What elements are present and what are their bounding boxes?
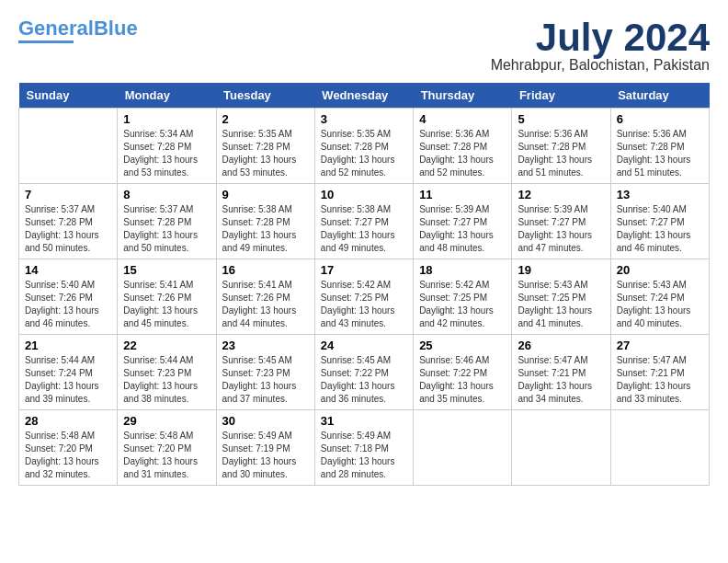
calendar-cell: 16Sunrise: 5:41 AM Sunset: 7:26 PM Dayli…: [216, 259, 314, 335]
calendar-cell: 8Sunrise: 5:37 AM Sunset: 7:28 PM Daylig…: [118, 184, 216, 259]
calendar-cell: 23Sunrise: 5:45 AM Sunset: 7:23 PM Dayli…: [216, 335, 314, 410]
week-row-1: 1Sunrise: 5:34 AM Sunset: 7:28 PM Daylig…: [19, 109, 710, 184]
day-number: 5: [518, 112, 604, 126]
day-number: 17: [321, 263, 407, 277]
day-number: 18: [419, 263, 506, 277]
calendar-header-row: SundayMondayTuesdayWednesdayThursdayFrid…: [19, 83, 710, 109]
day-info: Sunrise: 5:35 AM Sunset: 7:28 PM Dayligh…: [222, 128, 309, 179]
calendar-cell: [414, 410, 512, 486]
day-info: Sunrise: 5:38 AM Sunset: 7:28 PM Dayligh…: [222, 203, 309, 255]
day-number: 2: [222, 112, 309, 126]
day-info: Sunrise: 5:41 AM Sunset: 7:26 PM Dayligh…: [123, 279, 210, 330]
header-wednesday: Wednesday: [314, 83, 413, 109]
calendar-cell: 17Sunrise: 5:42 AM Sunset: 7:25 PM Dayli…: [314, 259, 413, 335]
day-info: Sunrise: 5:42 AM Sunset: 7:25 PM Dayligh…: [419, 279, 506, 330]
day-info: Sunrise: 5:46 AM Sunset: 7:22 PM Dayligh…: [419, 354, 506, 406]
day-number: 11: [419, 188, 506, 201]
day-number: 28: [25, 414, 111, 428]
day-number: 27: [617, 339, 703, 352]
calendar-cell: 4Sunrise: 5:36 AM Sunset: 7:28 PM Daylig…: [414, 109, 512, 184]
day-number: 26: [518, 339, 604, 352]
day-info: Sunrise: 5:47 AM Sunset: 7:21 PM Dayligh…: [518, 354, 604, 406]
header-thursday: Thursday: [414, 83, 512, 109]
calendar-table: SundayMondayTuesdayWednesdayThursdayFrid…: [18, 83, 710, 486]
title-section: July 2024 Mehrabpur, Balochistan, Pakist…: [491, 18, 710, 74]
header-friday: Friday: [512, 83, 610, 109]
calendar-cell: 1Sunrise: 5:34 AM Sunset: 7:28 PM Daylig…: [118, 109, 216, 184]
month-title: July 2024: [491, 18, 710, 57]
calendar-cell: 18Sunrise: 5:42 AM Sunset: 7:25 PM Dayli…: [414, 259, 512, 335]
day-info: Sunrise: 5:41 AM Sunset: 7:26 PM Dayligh…: [222, 279, 309, 330]
day-number: 20: [617, 263, 703, 277]
day-info: Sunrise: 5:39 AM Sunset: 7:27 PM Dayligh…: [419, 203, 506, 255]
day-number: 9: [222, 188, 309, 201]
day-number: 13: [617, 188, 703, 201]
logo: GeneralBlue: [18, 18, 138, 43]
day-info: Sunrise: 5:38 AM Sunset: 7:27 PM Dayligh…: [321, 203, 407, 255]
day-info: Sunrise: 5:37 AM Sunset: 7:28 PM Dayligh…: [25, 203, 111, 255]
day-number: 29: [123, 414, 210, 428]
calendar-cell: 2Sunrise: 5:35 AM Sunset: 7:28 PM Daylig…: [216, 109, 314, 184]
calendar-cell: [512, 410, 610, 486]
day-number: 12: [518, 188, 604, 201]
day-number: 30: [222, 414, 309, 428]
day-number: 14: [25, 263, 111, 277]
day-number: 8: [123, 188, 210, 201]
location-title: Mehrabpur, Balochistan, Pakistan: [491, 57, 710, 74]
calendar-cell: 11Sunrise: 5:39 AM Sunset: 7:27 PM Dayli…: [414, 184, 512, 259]
day-number: 7: [25, 188, 111, 201]
header-section: GeneralBlue July 2024 Mehrabpur, Balochi…: [18, 18, 710, 74]
calendar-cell: 28Sunrise: 5:48 AM Sunset: 7:20 PM Dayli…: [19, 410, 118, 486]
day-info: Sunrise: 5:34 AM Sunset: 7:28 PM Dayligh…: [123, 128, 210, 179]
calendar-cell: 10Sunrise: 5:38 AM Sunset: 7:27 PM Dayli…: [314, 184, 413, 259]
day-info: Sunrise: 5:39 AM Sunset: 7:27 PM Dayligh…: [518, 203, 604, 255]
logo-general: General: [18, 17, 94, 40]
day-number: 21: [25, 339, 111, 352]
day-info: Sunrise: 5:36 AM Sunset: 7:28 PM Dayligh…: [518, 128, 604, 179]
week-row-2: 7Sunrise: 5:37 AM Sunset: 7:28 PM Daylig…: [19, 184, 710, 259]
calendar-cell: 22Sunrise: 5:44 AM Sunset: 7:23 PM Dayli…: [118, 335, 216, 410]
day-number: 15: [123, 263, 210, 277]
day-info: Sunrise: 5:35 AM Sunset: 7:28 PM Dayligh…: [321, 128, 407, 179]
day-info: Sunrise: 5:37 AM Sunset: 7:28 PM Dayligh…: [123, 203, 210, 255]
header-saturday: Saturday: [610, 83, 709, 109]
calendar-cell: 15Sunrise: 5:41 AM Sunset: 7:26 PM Dayli…: [118, 259, 216, 335]
day-info: Sunrise: 5:43 AM Sunset: 7:24 PM Dayligh…: [617, 279, 703, 330]
calendar-cell: 30Sunrise: 5:49 AM Sunset: 7:19 PM Dayli…: [216, 410, 314, 486]
calendar-cell: 21Sunrise: 5:44 AM Sunset: 7:24 PM Dayli…: [19, 335, 118, 410]
calendar-cell: 20Sunrise: 5:43 AM Sunset: 7:24 PM Dayli…: [610, 259, 709, 335]
calendar-cell: 25Sunrise: 5:46 AM Sunset: 7:22 PM Dayli…: [414, 335, 512, 410]
calendar-cell: 19Sunrise: 5:43 AM Sunset: 7:25 PM Dayli…: [512, 259, 610, 335]
calendar-cell: 27Sunrise: 5:47 AM Sunset: 7:21 PM Dayli…: [610, 335, 709, 410]
day-info: Sunrise: 5:40 AM Sunset: 7:26 PM Dayligh…: [25, 279, 111, 330]
day-info: Sunrise: 5:49 AM Sunset: 7:18 PM Dayligh…: [321, 430, 407, 481]
day-info: Sunrise: 5:43 AM Sunset: 7:25 PM Dayligh…: [518, 279, 604, 330]
day-number: 6: [617, 112, 703, 126]
day-info: Sunrise: 5:44 AM Sunset: 7:24 PM Dayligh…: [25, 354, 111, 406]
day-info: Sunrise: 5:48 AM Sunset: 7:20 PM Dayligh…: [123, 430, 210, 481]
calendar-cell: 13Sunrise: 5:40 AM Sunset: 7:27 PM Dayli…: [610, 184, 709, 259]
calendar-cell: [19, 109, 118, 184]
calendar-cell: 24Sunrise: 5:45 AM Sunset: 7:22 PM Dayli…: [314, 335, 413, 410]
day-info: Sunrise: 5:45 AM Sunset: 7:23 PM Dayligh…: [222, 354, 309, 406]
calendar-cell: 26Sunrise: 5:47 AM Sunset: 7:21 PM Dayli…: [512, 335, 610, 410]
day-info: Sunrise: 5:47 AM Sunset: 7:21 PM Dayligh…: [617, 354, 703, 406]
day-info: Sunrise: 5:44 AM Sunset: 7:23 PM Dayligh…: [123, 354, 210, 406]
week-row-4: 21Sunrise: 5:44 AM Sunset: 7:24 PM Dayli…: [19, 335, 710, 410]
day-info: Sunrise: 5:40 AM Sunset: 7:27 PM Dayligh…: [617, 203, 703, 255]
week-row-3: 14Sunrise: 5:40 AM Sunset: 7:26 PM Dayli…: [19, 259, 710, 335]
header-tuesday: Tuesday: [216, 83, 314, 109]
day-info: Sunrise: 5:36 AM Sunset: 7:28 PM Dayligh…: [617, 128, 703, 179]
calendar-cell: 7Sunrise: 5:37 AM Sunset: 7:28 PM Daylig…: [19, 184, 118, 259]
calendar-cell: 14Sunrise: 5:40 AM Sunset: 7:26 PM Dayli…: [19, 259, 118, 335]
calendar-cell: 3Sunrise: 5:35 AM Sunset: 7:28 PM Daylig…: [314, 109, 413, 184]
day-info: Sunrise: 5:49 AM Sunset: 7:19 PM Dayligh…: [222, 430, 309, 481]
day-number: 25: [419, 339, 506, 352]
day-number: 1: [123, 112, 210, 126]
logo-blue: Blue: [94, 17, 138, 40]
calendar-cell: 31Sunrise: 5:49 AM Sunset: 7:18 PM Dayli…: [314, 410, 413, 486]
week-row-5: 28Sunrise: 5:48 AM Sunset: 7:20 PM Dayli…: [19, 410, 710, 486]
header-sunday: Sunday: [19, 83, 118, 109]
day-number: 24: [321, 339, 407, 352]
logo-underline: [18, 40, 74, 43]
